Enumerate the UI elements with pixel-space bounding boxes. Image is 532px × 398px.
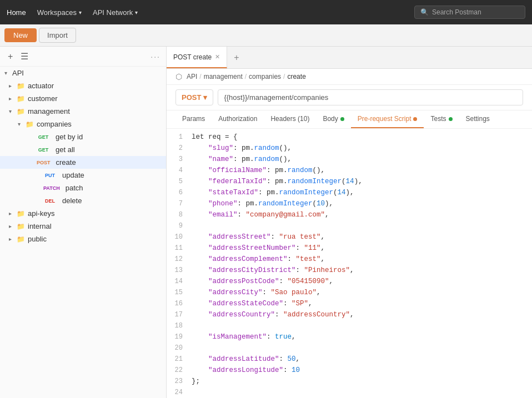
nav-workspaces[interactable]: Workspaces ▾ bbox=[37, 8, 82, 17]
code-line: 19 "isManagement": true, bbox=[167, 333, 532, 344]
code-line: 6 "stateTaxId": pm.randomInteger(14), bbox=[167, 189, 532, 200]
more-options-button[interactable]: ··· bbox=[150, 52, 160, 61]
method-badge-get: GET bbox=[34, 147, 52, 153]
sidebar-item-companies[interactable]: ▾ 📁 companies bbox=[0, 118, 166, 130]
code-line: 1let req = { bbox=[167, 133, 532, 144]
caret-down-icon: ▾ bbox=[4, 70, 12, 76]
folder-icon: 📁 bbox=[17, 235, 25, 243]
caret-down-icon: ▾ bbox=[9, 108, 17, 114]
tab-pre-request-script[interactable]: Pre-request Script bbox=[351, 110, 424, 128]
code-line: 23}; bbox=[167, 377, 532, 389]
caret-down-icon: ▾ bbox=[18, 121, 26, 127]
breadcrumb-api[interactable]: API bbox=[187, 73, 197, 80]
sidebar-item-api-root[interactable]: ▾ API bbox=[0, 67, 166, 79]
sidebar-item-get-all[interactable]: GET get all bbox=[0, 143, 166, 156]
code-line: 7 "phone": pm.randomInteger(10), bbox=[167, 200, 532, 211]
url-bar: POST ▾ bbox=[167, 85, 532, 110]
method-label: POST bbox=[182, 93, 201, 102]
tab-authorization[interactable]: Authorization bbox=[212, 110, 264, 128]
code-line: 4 "officialName": pm.random(), bbox=[167, 167, 532, 178]
caret-right-icon: ▸ bbox=[9, 83, 17, 89]
second-bar: New Import bbox=[0, 24, 532, 47]
code-editor[interactable]: 1let req = {2 "slug": pm.random(),3 "nam… bbox=[167, 129, 532, 398]
top-nav: Home Workspaces ▾ API Network ▾ 🔍 Search… bbox=[0, 0, 532, 24]
code-line: 22 "addressLongitude": 10 bbox=[167, 366, 532, 377]
breadcrumb: ⬡ API / management / companies / create bbox=[167, 69, 532, 85]
code-line: 10 "addressStreet": "rua test", bbox=[167, 233, 532, 244]
breadcrumb-current: create bbox=[287, 73, 305, 80]
new-button[interactable]: New bbox=[4, 28, 37, 42]
code-line: 15 "addressCity": "Sao paulo", bbox=[167, 289, 532, 300]
code-line: 16 "addressStateCode": "SP", bbox=[167, 300, 532, 311]
tabs-bar: POST create ✕ + bbox=[167, 47, 532, 69]
method-badge-put: PUT bbox=[41, 172, 59, 179]
caret-right-icon: ▸ bbox=[9, 210, 17, 216]
code-line: 8 "email": "company@gmail.com", bbox=[167, 211, 532, 222]
breadcrumb-companies[interactable]: companies bbox=[249, 73, 281, 80]
tab-params[interactable]: Params bbox=[175, 110, 212, 128]
url-input[interactable] bbox=[218, 89, 523, 105]
pre-request-dot bbox=[413, 117, 417, 121]
breadcrumb-management[interactable]: management bbox=[204, 73, 243, 80]
code-line: 17 "addressCountry": "addressCountry", bbox=[167, 311, 532, 322]
method-chevron-icon: ▾ bbox=[203, 93, 207, 102]
tab-headers[interactable]: Headers (10) bbox=[264, 110, 316, 128]
code-line: 20 bbox=[167, 344, 532, 355]
code-line: 11 "addressStreetNumber": "11", bbox=[167, 244, 532, 255]
method-selector[interactable]: POST ▾ bbox=[175, 89, 213, 105]
sidebar-item-get-by-id[interactable]: GET get by id bbox=[0, 130, 166, 143]
code-line: 14 "addressPostCode": "05415090", bbox=[167, 278, 532, 289]
add-collection-button[interactable]: + bbox=[6, 51, 15, 63]
import-button[interactable]: Import bbox=[39, 28, 76, 43]
folder-icon: 📁 bbox=[26, 120, 34, 128]
tests-dot bbox=[449, 117, 453, 121]
sidebar-item-api-keys[interactable]: ▸ 📁 api-keys bbox=[0, 207, 166, 220]
sidebar-item-management[interactable]: ▾ 📁 management bbox=[0, 105, 166, 118]
request-tabs: Params Authorization Headers (10) Body P… bbox=[167, 110, 532, 129]
search-icon: 🔍 bbox=[420, 8, 429, 16]
tab-tests[interactable]: Tests bbox=[424, 110, 459, 128]
method-badge-del: DEL bbox=[41, 198, 59, 204]
content-area: POST create ✕ + ⬡ API / management / com… bbox=[167, 47, 532, 398]
tab-body[interactable]: Body bbox=[316, 110, 350, 128]
code-line: 18 bbox=[167, 322, 532, 333]
code-line: 21 "addressLatitude": 50, bbox=[167, 355, 532, 366]
folder-icon: 📁 bbox=[17, 95, 25, 103]
tab-settings[interactable]: Settings bbox=[459, 110, 496, 128]
sidebar-toolbar: + ☰ ··· bbox=[0, 47, 166, 67]
sidebar-item-update[interactable]: PUT update bbox=[0, 169, 166, 182]
sidebar-item-customer[interactable]: ▸ 📁 customer bbox=[0, 92, 166, 105]
code-line: 12 "addressComplement": "test", bbox=[167, 255, 532, 266]
api-network-chevron-icon: ▾ bbox=[135, 9, 138, 16]
nav-home[interactable]: Home bbox=[7, 8, 26, 17]
sidebar-item-create[interactable]: POST create bbox=[0, 156, 166, 169]
folder-icon: 📁 bbox=[17, 82, 25, 90]
method-badge-get: GET bbox=[34, 134, 52, 140]
code-line: 2 "slug": pm.random(), bbox=[167, 144, 532, 155]
sidebar-item-actuator[interactable]: ▸ 📁 actuator bbox=[0, 79, 166, 92]
body-dot bbox=[340, 117, 344, 121]
code-line: 13 "addressCityDistrict": "Pinheiros", bbox=[167, 266, 532, 278]
sidebar-item-delete[interactable]: DEL delete bbox=[0, 194, 166, 207]
nav-api-network[interactable]: API Network ▾ bbox=[93, 8, 138, 17]
folder-icon: 📁 bbox=[17, 210, 25, 218]
caret-right-icon: ▸ bbox=[9, 95, 17, 102]
folder-icon: 📁 bbox=[17, 108, 25, 115]
code-line: 3 "name": pm.random(), bbox=[167, 155, 532, 167]
api-icon: ⬡ bbox=[175, 72, 182, 81]
sidebar-item-internal[interactable]: ▸ 📁 internal bbox=[0, 220, 166, 233]
main-layout: + ☰ ··· ▾ API ▸ 📁 actuator ▸ 📁 customer … bbox=[0, 47, 532, 398]
breadcrumb-sep-3: / bbox=[283, 73, 285, 80]
filter-button[interactable]: ☰ bbox=[18, 50, 31, 63]
caret-right-icon: ▸ bbox=[9, 236, 17, 242]
sidebar-item-public[interactable]: ▸ 📁 public bbox=[0, 233, 166, 245]
close-icon[interactable]: ✕ bbox=[215, 53, 220, 61]
search-bar[interactable]: 🔍 Search Postman bbox=[414, 6, 525, 19]
new-tab-button[interactable]: + bbox=[227, 53, 245, 63]
method-badge-post: POST bbox=[34, 159, 53, 166]
tab-post-create[interactable]: POST create ✕ bbox=[167, 47, 227, 68]
sidebar-item-patch[interactable]: PATCH patch bbox=[0, 182, 166, 194]
method-badge-patch: PATCH bbox=[41, 185, 62, 192]
sidebar: + ☰ ··· ▾ API ▸ 📁 actuator ▸ 📁 customer … bbox=[0, 47, 167, 398]
code-line: 5 "federalTaxId": pm.randomInteger(14), bbox=[167, 178, 532, 189]
